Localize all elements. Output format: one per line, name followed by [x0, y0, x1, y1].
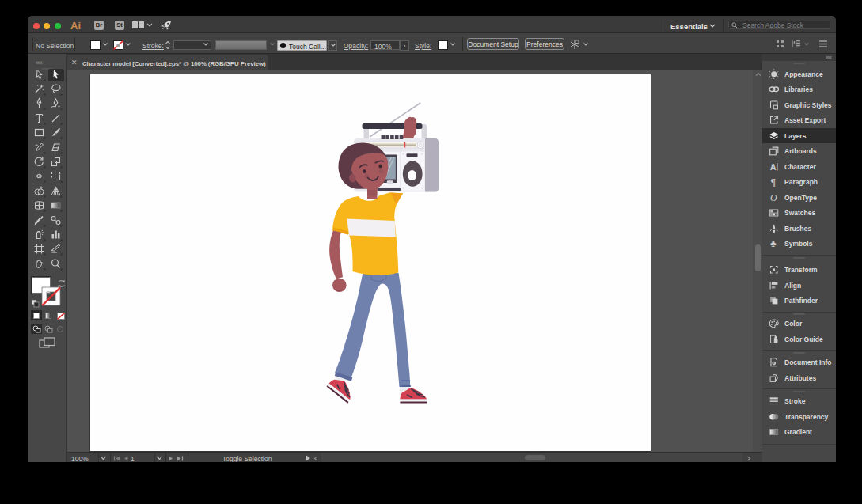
svg-text:¶: ¶ — [771, 177, 776, 188]
svg-text:♣: ♣ — [770, 239, 777, 249]
svg-text:A: A — [770, 162, 777, 172]
svg-text:O: O — [770, 192, 777, 203]
